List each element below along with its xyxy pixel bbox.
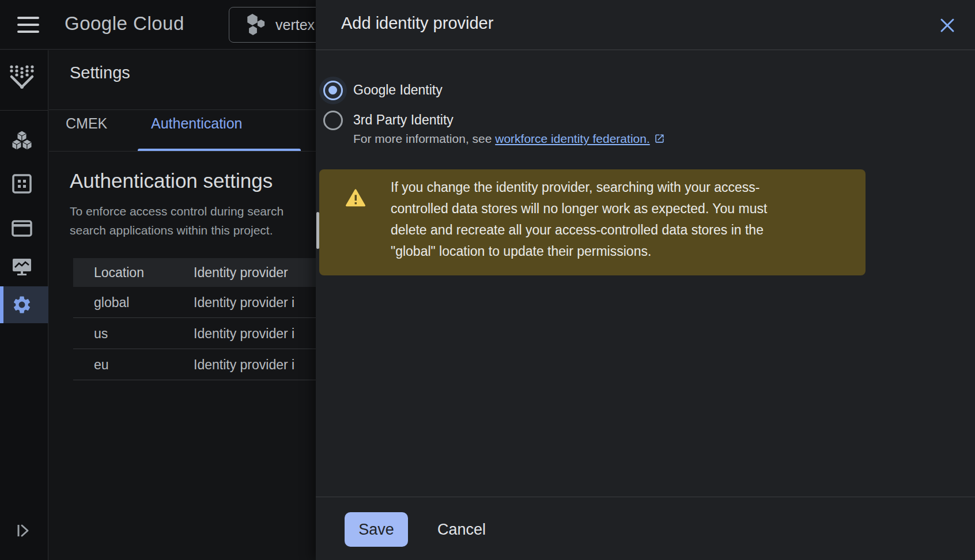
sidebar-divider [0, 110, 48, 111]
warning-text: If you change the identity provider, sea… [391, 177, 767, 262]
radio-selected-dot [328, 86, 337, 94]
app-root: Google Cloud vertex [0, 0, 975, 560]
scrollbar-thumb[interactable] [316, 212, 319, 249]
table-row[interactable]: us Identity provider i [73, 318, 316, 349]
radio-label-google-identity[interactable]: Google Identity [353, 82, 443, 98]
sidebar [0, 50, 48, 560]
cell-identity-provider: Identity provider i [194, 326, 294, 341]
save-button[interactable]: Save [345, 512, 408, 547]
identity-provider-table: Location Identity provider global Identi… [73, 258, 316, 380]
info-line: For more information, see workforce iden… [353, 132, 665, 146]
section-description-line2: search applications within this project. [70, 224, 273, 237]
expand-panel-icon[interactable] [14, 521, 32, 540]
warning-icon [346, 189, 365, 207]
dialog-header-divider [316, 50, 975, 50]
radio-3rd-party-identity[interactable] [323, 111, 343, 130]
data-stores-icon[interactable] [10, 128, 33, 152]
menu-icon[interactable] [16, 15, 41, 35]
workforce-identity-federation-link[interactable]: workforce identity federation. [495, 132, 649, 145]
external-link-icon [654, 133, 665, 144]
cancel-button[interactable]: Cancel [418, 512, 505, 547]
section-title: Authentication settings [70, 169, 273, 192]
apps-icon[interactable] [10, 172, 33, 195]
cell-location: global [94, 294, 129, 310]
project-name: vertex [275, 17, 315, 33]
column-header-location: Location [94, 265, 144, 281]
cell-location: eu [94, 357, 109, 372]
cell-identity-provider: Identity provider i [194, 294, 294, 310]
project-hexagons-icon [243, 13, 269, 38]
google-cloud-logo: Google Cloud [65, 13, 184, 35]
settings-page: Settings CMEK Authentication Authenticat… [49, 50, 316, 560]
radio-google-identity[interactable] [323, 81, 343, 100]
sidebar-item-settings[interactable] [0, 286, 48, 323]
column-header-identity-provider: Identity provider [194, 265, 288, 281]
section-description-line1: To enforce access control during search [70, 205, 284, 218]
cell-location: us [94, 326, 108, 341]
gear-icon [12, 294, 32, 315]
table-row[interactable]: global Identity provider i [73, 287, 316, 318]
divider [49, 151, 316, 152]
dialog-title: Add identity provider [341, 14, 493, 33]
add-identity-provider-dialog: Add identity provider Google Identity 3r… [316, 0, 975, 560]
dialog-footer-divider [316, 497, 975, 497]
analytics-monitor-icon[interactable] [10, 255, 33, 278]
table-header-row: Location Identity provider [73, 258, 316, 287]
radio-label-3rd-party-identity[interactable]: 3rd Party Identity [353, 112, 454, 128]
table-row[interactable]: eu Identity provider i [73, 349, 316, 380]
card-icon[interactable] [10, 217, 33, 240]
active-indicator [0, 286, 3, 323]
cell-identity-provider: Identity provider i [194, 357, 294, 372]
divider [49, 109, 316, 110]
close-icon[interactable] [937, 15, 958, 36]
info-prefix: For more information, see [353, 132, 495, 145]
vertex-ai-icon[interactable] [9, 64, 35, 89]
warning-banner: If you change the identity provider, sea… [319, 169, 866, 275]
tab-cmek[interactable]: CMEK [66, 115, 107, 132]
page-title: Settings [70, 63, 130, 82]
tab-authentication[interactable]: Authentication [151, 115, 242, 132]
